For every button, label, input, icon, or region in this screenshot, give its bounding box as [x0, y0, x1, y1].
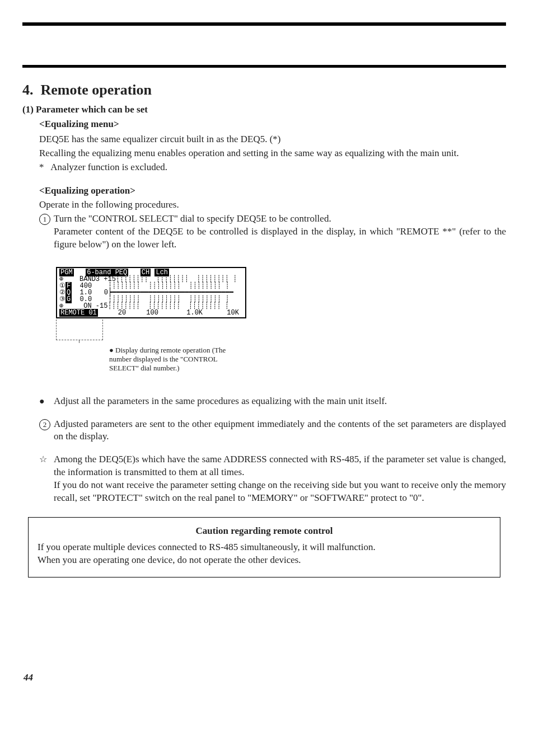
star-para2: If you do not want receive the parameter… — [54, 480, 506, 503]
lcd-scale-mid: 0 — [96, 289, 108, 297]
step1-line1: Turn the "CONTROL SELECT" dial to specif… — [54, 213, 331, 224]
lcd-caption-bullet-icon: ● — [109, 346, 114, 354]
caution-box: Caution regarding remote control If you … — [28, 517, 500, 577]
lcd-g-icon: G — [65, 295, 72, 303]
step2-text: Adjusted parameters are sent to the othe… — [54, 418, 506, 444]
bullet-icon: ● — [39, 396, 45, 406]
asterisk-marker: * — [39, 162, 44, 172]
section-title-text: Remote operation — [41, 82, 152, 98]
lcd-remote: REMOTE 01 — [59, 309, 98, 317]
lcd-callout-box — [56, 320, 103, 340]
star-icon: ☆ — [39, 454, 47, 464]
circled-1-icon: 1 — [39, 214, 50, 225]
section-number: 4. — [22, 82, 34, 98]
caution-line1: If you operate multiple devices connecte… — [38, 541, 491, 554]
eq-op-intro: Operate in the following procedures. — [39, 199, 506, 212]
lcd-scale-top: +15 — [104, 275, 116, 283]
star-note: ☆ Among the DEQ5(E)s which have the same… — [39, 453, 506, 505]
lcd-lch-tag: Lch — [154, 269, 169, 276]
section-title: 4. Remote operation — [22, 82, 506, 98]
equalizing-menu-heading: <Equalizing menu> — [39, 119, 506, 130]
lcd-pgm-tag: PGM — [59, 269, 74, 276]
lcd-ch-tag: CH — [140, 269, 151, 276]
equalizing-operation-heading: <Equalizing operation> — [39, 185, 506, 196]
page-top-rule-2 — [22, 65, 506, 68]
eq-menu-line2: Recalling the equalizing menu enables op… — [39, 147, 506, 160]
caution-title: Caution regarding remote control — [38, 525, 491, 537]
star-para1: Among the DEQ5(E)s which have the same A… — [54, 454, 506, 477]
lcd-figure: PGM 6-band PEQ CH Lch ⊕ BAND3 +15┆┊┊┊┊┊┊… — [56, 267, 246, 373]
lcd-screen: PGM 6-band PEQ CH Lch ⊕ BAND3 +15┆┊┊┊┊┊┊… — [56, 267, 246, 318]
bullet-adjust-text: Adjust all the parameters in the same pr… — [54, 395, 506, 408]
subsection-1-label: (1) Parameter which can be set — [22, 104, 506, 115]
page-number: 44 — [24, 672, 33, 683]
eq-menu-note: * Analyzer function is excluded. — [39, 161, 506, 174]
circled-2-icon: 2 — [39, 419, 50, 430]
bullet-adjust: ● Adjust all the parameters in the same … — [39, 395, 506, 408]
eq-menu-note-text: Analyzer function is excluded. — [50, 162, 167, 172]
step-1: 1 Turn the "CONTROL SELECT" dial to spec… — [39, 213, 506, 251]
caution-line2: When you are operating one device, do no… — [38, 554, 491, 567]
lcd-caption: ● Display during remote operation (The n… — [109, 346, 246, 373]
step1-line2: Parameter content of the DEQ5E to be con… — [54, 226, 506, 250]
eq-menu-line1: DEQ5E has the same equalizer circuit bui… — [39, 133, 506, 146]
lcd-axis: 20 100 1.0K 10K — [98, 309, 239, 317]
page-top-rule-1 — [22, 22, 506, 26]
step-2: 2 Adjusted parameters are sent to the ot… — [39, 418, 506, 444]
lcd-caption-text: Display during remote operation (The num… — [109, 346, 226, 372]
